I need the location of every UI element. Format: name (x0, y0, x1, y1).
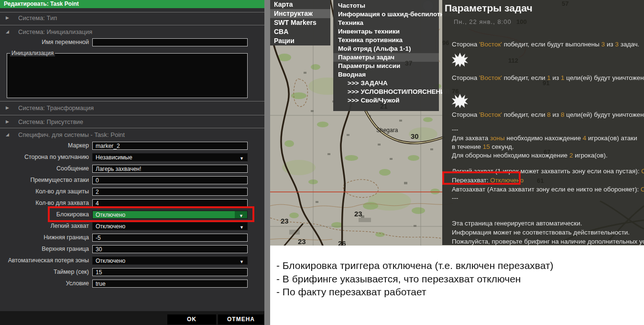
expand-arrow-icon: ◢ (6, 28, 9, 35)
divider (0, 115, 264, 115)
briefing-line-autocapture: Автозахват (Атака захватит зону если ее … (452, 185, 642, 193)
annotation-line: - Блокировка триггера отключена (т.е. вк… (276, 260, 554, 271)
section-header-transform[interactable]: ▶ Система: Трансформация (0, 104, 264, 112)
map-label: 23 (281, 217, 289, 225)
field-label: Таймер (сек) (0, 269, 89, 275)
briefing-line: Информация может не соответствовать дейс… (452, 228, 642, 236)
briefing-line: --- (452, 125, 642, 134)
field-row-variable-name: Имя переменной (0, 38, 264, 47)
red-highlight-box-recapture (442, 171, 521, 185)
message-input[interactable]: Лагерь захвачен! (92, 165, 248, 173)
map-label: 57 (562, 0, 568, 7)
field-label: Автоматическая потеря зоны (0, 257, 89, 264)
field-row-message: Сообщение Лагерь захвачен! (0, 165, 264, 173)
easy-capture-dropdown[interactable]: Отключено▼ (92, 222, 248, 230)
field-label: Имя переменной (0, 39, 89, 45)
briefing-menu-item[interactable]: Информация о шахид-беспилотниках (333, 10, 439, 19)
briefing-menu-item[interactable]: Мой отряд (Альфа 1-1) (333, 45, 439, 53)
divider (0, 101, 264, 101)
map-label: 23 (354, 210, 362, 218)
field-label: Условие (0, 280, 89, 287)
field-row-default-side: Сторона по умолчанию Независимые▼ (0, 153, 264, 162)
field-row-attack-advantage: Преимущество атаки 0 (0, 176, 264, 185)
field-row-marker: Маркер marker_2 (0, 142, 264, 150)
marker-input[interactable]: marker_2 (92, 142, 248, 150)
field-row-defend-count: Кол-во для защиты 2 (0, 188, 264, 196)
field-label: Сообщение (0, 165, 89, 172)
chevron-down-icon: ▼ (240, 224, 244, 231)
ok-button[interactable]: OK (167, 314, 216, 325)
fieldset-legend: Инициализация (10, 50, 55, 56)
dialog-title: Редактировать: Task Point (0, 0, 264, 8)
upper-bound-input[interactable]: 30 (92, 245, 248, 253)
field-row-easy-capture: Легкий захват Отключено▼ (0, 222, 264, 231)
briefing-line: Эта страница генерируется автоматически. (452, 219, 642, 227)
map-label: 112 (508, 57, 518, 64)
edit-task-dialog: Редактировать: Task Point ▶ Система: Тип… (0, 0, 264, 325)
briefing-menu-item[interactable]: Техника противника (333, 36, 439, 45)
section-header-presence[interactable]: ▶ Система: Присутствие (0, 118, 264, 125)
map-label: 21 (380, 102, 388, 110)
briefing-panel: 571009611291766761 Параметры задач Пн., … (442, 0, 644, 245)
field-label: Сторона по умолчанию (0, 154, 89, 160)
red-highlight-box-lock (48, 206, 254, 222)
auto-zone-loss-dropdown[interactable]: Отключено▼ (92, 257, 248, 265)
briefing-menu-item[interactable]: Параметры миссии (333, 62, 439, 70)
explosion-icon (452, 53, 468, 67)
map-label: Shegara (376, 127, 398, 134)
annotation-line: - В брифинге указывается, что перезахват… (276, 273, 521, 285)
timer-input[interactable]: 15 (92, 268, 248, 276)
field-label: Кол-во для защиты (0, 188, 89, 195)
menu-item-map[interactable]: Карта (270, 0, 330, 9)
briefing-menu-item[interactable]: >>> УСЛОВНОСТИ/ПОЯСНЕНИЯ (333, 88, 439, 96)
divider (0, 25, 264, 25)
briefing-menu-item[interactable]: Инвентарь техники (333, 27, 439, 36)
condition-input[interactable]: true (92, 280, 248, 288)
briefing-menu-item[interactable]: >>> ЗАДАЧА (333, 79, 439, 88)
field-label: Легкий захват (0, 223, 89, 229)
briefing-line: Сторона 'Восток' победит, если 1 из 1 це… (452, 74, 642, 82)
expand-arrow-icon: ◢ (6, 131, 9, 138)
field-row-condition: Условие true (0, 280, 264, 288)
explosion-icon (452, 94, 468, 108)
map-label: 30 (411, 132, 419, 140)
menu-item-swt-markers[interactable]: SWT Markers (270, 18, 330, 27)
field-label: Нижняя граница (0, 234, 89, 241)
separator-strip (264, 0, 270, 325)
field-label: Кол-во для захвата (0, 200, 89, 206)
chevron-down-icon: ▼ (240, 155, 244, 162)
cancel-button[interactable]: ОТМЕНА (218, 314, 264, 325)
annotation-line: - По факту перезахват работает (276, 286, 426, 298)
briefing-menu-item[interactable]: Вводная (333, 70, 439, 79)
init-code-textarea[interactable]: Инициализация (7, 53, 248, 98)
variable-name-input[interactable] (92, 38, 248, 46)
map-label: 23 (298, 237, 306, 246)
briefing-line: Пожалуйста, проверьте брифинг на наличие… (452, 237, 642, 246)
briefing-line: в течение 15 секунд. (452, 143, 642, 151)
field-label: Маркер (0, 142, 89, 149)
briefing-line: --- (452, 194, 642, 202)
defend-count-input[interactable]: 2 (92, 188, 248, 196)
field-row-auto-zone-loss: Автоматическая потеря зоны Отключено▼ (0, 257, 264, 265)
chevron-right-icon: ▶ (6, 14, 9, 22)
briefing-menu-item-task-parameters[interactable]: Параметры задач (333, 53, 439, 62)
menu-item-radios[interactable]: Рации (270, 36, 330, 45)
section-header-specific[interactable]: ◢ Специфич. для системы - Task: Point (0, 131, 264, 138)
dialog-button-bar: OK ОТМЕНА (0, 311, 264, 325)
map-label: 96 (442, 39, 449, 46)
briefing-menu-item[interactable]: Техника (333, 19, 439, 27)
briefing-topics-menu: Частоты Информация о шахид-беспилотниках… (333, 0, 439, 111)
menu-item-cba[interactable]: CBA (270, 27, 330, 36)
chevron-right-icon: ▶ (6, 104, 9, 112)
briefing-line: Для захвата зоны необходимо нахождение 4… (452, 134, 642, 142)
default-side-dropdown[interactable]: Независимые▼ (92, 153, 248, 161)
attack-advantage-input[interactable]: 0 (92, 176, 248, 184)
briefing-line: Сторона 'Восток' победит, если будут вып… (452, 40, 642, 48)
map-tabs-menu: Карта Инструктаж SWT Markers CBA Рации (270, 0, 330, 45)
section-header-init[interactable]: ◢ Система: Инициализация (0, 28, 264, 35)
briefing-menu-item[interactable]: Частоты (333, 1, 439, 10)
section-header-type[interactable]: ▶ Система: Тип (0, 14, 264, 22)
lower-bound-input[interactable]: -5 (92, 234, 248, 242)
chevron-down-icon: ▼ (240, 258, 244, 266)
menu-item-briefing[interactable]: Инструктаж (270, 9, 330, 18)
